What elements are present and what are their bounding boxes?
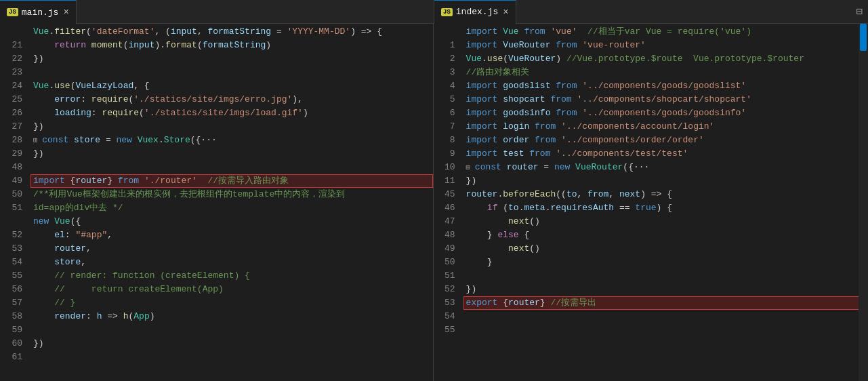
r-code-line-10: import test from '../components/test/tes… (463, 147, 868, 161)
code-line-21: Vue.filter('dateFormat', (input, formatS… (30, 25, 433, 39)
code-line-29: ⊞ const store = new Vuex.Store({··· (30, 134, 433, 147)
editor-content-area: 21 22 23 24 25 26 27 28 29 48 49 50 51 5… (0, 24, 868, 381)
r-code-line-2: import VueRouter from 'vue-router' (463, 39, 868, 52)
tab-index-js-label: index.js (456, 7, 498, 17)
code-line-28: }) (30, 120, 433, 134)
r-code-line-1: import Vue from 'vue' //相当于var Vue = req… (463, 25, 868, 39)
r-code-line-9: import order from '../components/order/o… (463, 134, 868, 147)
code-line-26: error: require('./statics/site/imgs/erro… (30, 93, 433, 106)
js-file-icon-right: JS (441, 8, 453, 16)
code-line-53: el: "#app", (30, 228, 433, 242)
left-tab-bar: JS main.js × (0, 0, 434, 24)
code-line-23: }) (30, 52, 433, 66)
code-line-56: // render: function (createElement) { (30, 269, 433, 283)
scroll-indicator (859, 24, 868, 381)
right-code-lines: import Vue from 'vue' //相当于var Vue = req… (463, 24, 868, 381)
tab-main-js-label: main.js (22, 7, 59, 18)
code-line-52: new Vue({ (30, 215, 433, 228)
right-editor-pane: 1 2 3 4 5 6 7 8 9 10 11 45 46 47 48 49 5… (434, 24, 868, 381)
code-line-55: store, (30, 256, 433, 269)
left-line-numbers: 21 22 23 24 25 26 27 28 29 48 49 50 51 5… (0, 24, 30, 381)
r-code-line-54: export {router} //按需导出 (463, 296, 868, 310)
right-line-numbers: 1 2 3 4 5 6 7 8 9 10 11 45 46 47 48 49 5… (434, 24, 463, 381)
r-code-line-48: next() (463, 215, 868, 228)
code-line-48: }) (30, 147, 433, 161)
r-code-line-5: import goodslist from '../components/goo… (463, 79, 868, 93)
r-code-line-49: } else { (463, 228, 868, 242)
code-line-50: import {router} from './router' //按需导入路由… (30, 174, 433, 188)
code-line-24 (30, 66, 433, 79)
tab-close-icon-right[interactable]: × (503, 7, 508, 18)
r-code-line-6: import shopcart from '../components/shop… (463, 93, 868, 106)
r-code-line-55 (463, 310, 868, 323)
code-line-60 (30, 323, 433, 337)
tab-main-js[interactable]: JS main.js × (0, 0, 77, 24)
js-file-icon: JS (7, 8, 18, 16)
code-line-51a: /**利用Vue框架创建出来的根实例，去把根组件的template中的内容，渲染… (30, 188, 433, 201)
r-code-line-52 (463, 269, 868, 283)
tab-index-js[interactable]: JS index.js × (434, 0, 516, 24)
code-line-27: loading: require('./statics/site/imgs/lo… (30, 106, 433, 120)
r-code-line-51: } (463, 256, 868, 269)
code-line-59: render: h => h(App) (30, 310, 433, 323)
r-code-line-50: next() (463, 242, 868, 256)
tab-bars-row: JS main.js × JS index.js × ⊟ (0, 0, 868, 24)
left-code-lines: Vue.filter('dateFormat', (input, formatS… (30, 24, 433, 381)
code-line-57: // return createElement(App) (30, 283, 433, 296)
code-line-54: router, (30, 242, 433, 256)
tab-close-icon[interactable]: × (63, 7, 68, 18)
editor-container: JS main.js × JS index.js × ⊟ 21 22 23 24… (0, 0, 868, 381)
r-code-line-3: Vue.use(VueRouter) //Vue.prototype.$rout… (463, 52, 868, 66)
r-code-line-45: }) (463, 174, 868, 188)
r-code-line-8: import login from '../components/account… (463, 120, 868, 134)
r-code-line-11: ⊞ const router = new VueRouter({··· (463, 161, 868, 174)
code-line-22: return moment(input).format(formatString… (30, 39, 433, 52)
code-line-51b: id=app的div中去 */ (30, 201, 433, 215)
split-editor-icon[interactable]: ⊟ (850, 2, 868, 21)
r-code-line-53: }) (463, 283, 868, 296)
left-editor-pane: 21 22 23 24 25 26 27 28 29 48 49 50 51 5… (0, 24, 434, 381)
r-code-line-46: router.beforeEach((to, from, next) => { (463, 188, 868, 201)
r-code-line-4: //路由对象相关 (463, 66, 868, 79)
r-code-line-47: if (to.meta.requiresAuth == true) { (463, 201, 868, 215)
code-line-58: // } (30, 296, 433, 310)
r-code-line-7: import goodsinfo from '../components/goo… (463, 106, 868, 120)
right-tab-bar: JS index.js × ⊟ (434, 0, 868, 24)
code-line-61: }) (30, 337, 433, 350)
code-line-25: Vue.use(VueLazyLoad, { (30, 79, 433, 93)
code-line-49 (30, 161, 433, 174)
